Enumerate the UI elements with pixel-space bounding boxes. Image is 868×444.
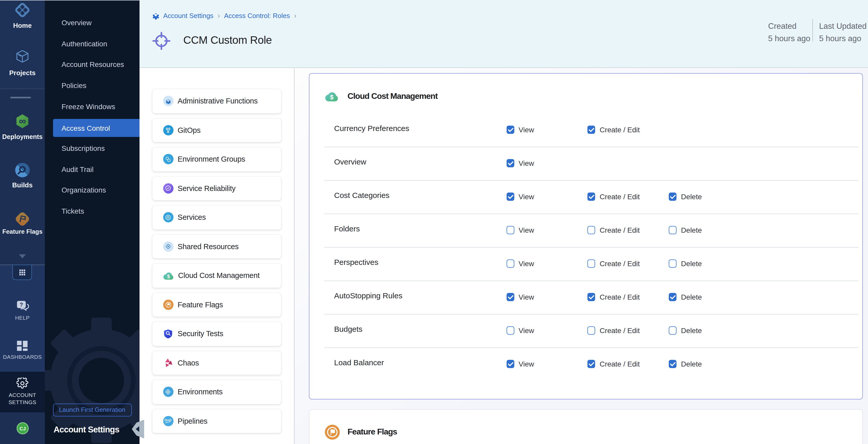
svg-text:?: ?: [19, 302, 23, 308]
svg-text:$: $: [167, 273, 169, 279]
svg-text:∞: ∞: [19, 116, 26, 126]
svg-text:$: $: [330, 94, 334, 101]
svg-text:CJ: CJ: [19, 426, 26, 432]
